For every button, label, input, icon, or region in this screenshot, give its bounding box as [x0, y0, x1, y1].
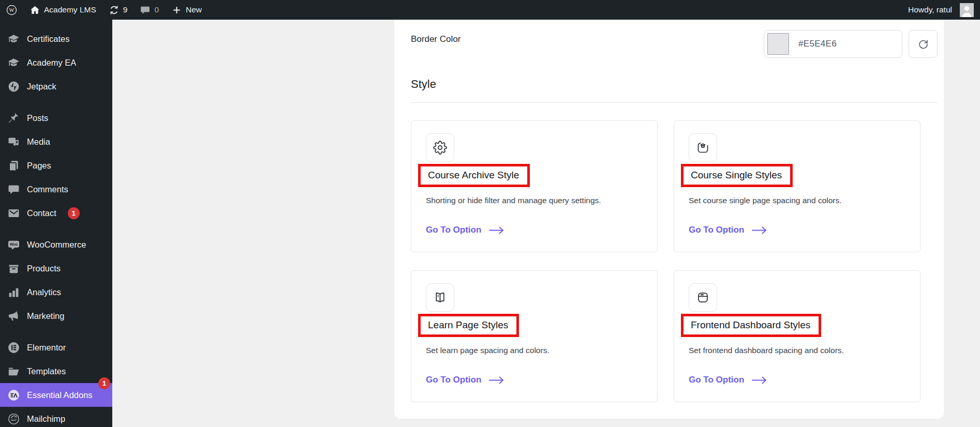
sidebar-item-products[interactable]: Products: [0, 256, 112, 280]
comments-menu[interactable]: 0: [133, 0, 165, 20]
account-menu[interactable]: Howdy, ratul: [902, 0, 980, 20]
arrow-right-icon: [488, 226, 504, 235]
card-course-single-styles: Course Single StylesSet course single pa…: [674, 120, 920, 252]
sidebar-item-label: Pages: [27, 161, 51, 171]
arrow-right-icon: [751, 376, 767, 385]
color-swatch[interactable]: [767, 33, 789, 55]
section-title: Style: [411, 78, 938, 91]
card-description: Set course single page spacing and color…: [689, 196, 905, 205]
sidebar-item-label: Products: [27, 264, 61, 273]
envelope-icon: [7, 207, 20, 220]
dashboard-icon: [689, 283, 717, 312]
avatar: [960, 3, 974, 17]
sidebar-item-label: Comments: [27, 185, 68, 194]
pages-icon: [7, 159, 20, 172]
border-color-input[interactable]: #E5E4E6: [764, 30, 902, 58]
go-to-option-link[interactable]: Go To Option: [689, 225, 767, 235]
svg-text:W: W: [9, 7, 14, 13]
gear-icon: [426, 133, 454, 162]
sidebar-item-label: Elementor: [27, 343, 66, 353]
sidebar-item-jetpack[interactable]: Jetpack: [0, 74, 112, 98]
wordpress-icon: W: [6, 5, 17, 16]
divider: [411, 102, 938, 103]
sidebar-item-media[interactable]: Media: [0, 130, 112, 154]
sidebar-menu-group: PostsMediaPagesCommentsContact1: [0, 106, 112, 225]
pin-icon: [7, 112, 20, 125]
plus-icon: [171, 5, 182, 16]
sidebar-item-essential-addons[interactable]: Essential Addons1: [0, 383, 112, 407]
sidebar-item-contact[interactable]: Contact1: [0, 201, 112, 225]
sidebar-item-analytics[interactable]: Analytics: [0, 280, 112, 304]
sidebar-item-label: Templates: [27, 367, 66, 376]
wp-logo-menu[interactable]: W: [0, 0, 23, 20]
cards-grid: Course Archive StyleShorting or hide fil…: [411, 120, 938, 402]
media-icon: [7, 135, 20, 148]
go-to-option-label: Go To Option: [689, 375, 744, 385]
border-color-label: Border Color: [411, 30, 461, 44]
go-to-option-link[interactable]: Go To Option: [426, 225, 504, 235]
card-description: Set frontend dashboard spacing and color…: [689, 346, 905, 355]
mailchimp-icon: [7, 413, 20, 425]
new-menu[interactable]: New: [165, 0, 208, 20]
notification-badge: 1: [98, 377, 110, 389]
sidebar-item-mailchimp[interactable]: Mailchimp: [0, 407, 112, 427]
sidebar-item-certificates[interactable]: Certificates: [0, 27, 112, 51]
sidebar-item-pages[interactable]: Pages: [0, 154, 112, 177]
sidebar-item-academy-ea[interactable]: Academy EA: [0, 51, 112, 74]
reset-button[interactable]: [909, 30, 938, 58]
arrow-right-icon: [751, 226, 767, 235]
card-description: Set learn page spacing and colors.: [426, 346, 643, 355]
box-icon: [7, 262, 20, 275]
annotation-red-box: Learn Page Styles: [418, 314, 519, 337]
sidebar-menu-group: ElementorTemplatesEssential Addons1Mailc…: [0, 335, 112, 427]
sidebar-item-label: Contact: [27, 208, 56, 218]
sidebar-item-label: Mailchimp: [27, 414, 65, 424]
sidebar-item-label: WooCommerce: [27, 240, 86, 250]
sidebar-item-label: Marketing: [27, 311, 64, 321]
sidebar-item-elementor[interactable]: Elementor: [0, 335, 112, 359]
sidebar-item-label: Posts: [27, 113, 48, 123]
new-label: New: [186, 5, 202, 14]
sidebar-item-templates[interactable]: Templates: [0, 359, 112, 383]
home-icon: [29, 5, 40, 16]
sidebar-item-posts[interactable]: Posts: [0, 106, 112, 130]
annotation-red-box: Course Single Styles: [681, 164, 793, 187]
comments-icon: [140, 5, 151, 16]
sidebar-item-label: Media: [27, 137, 50, 147]
sidebar: CertificatesAcademy EAJetpackPostsMediaP…: [0, 20, 112, 427]
border-color-controls: #E5E4E6: [764, 30, 938, 58]
graduation-cap-icon: [7, 56, 20, 69]
go-to-option-label: Go To Option: [689, 225, 744, 235]
sidebar-item-woocommerce[interactable]: WooWooCommerce: [0, 233, 112, 256]
megaphone-icon: [7, 310, 20, 323]
howdy-text: Howdy, ratul: [908, 5, 952, 14]
go-to-option-link[interactable]: Go To Option: [426, 375, 504, 385]
jetpack-icon: [7, 80, 20, 93]
comment-icon: [7, 183, 20, 196]
border-color-row: Border Color #E5E4E6: [411, 30, 938, 58]
sidebar-item-label: Essential Addons: [27, 390, 93, 400]
main-panel: Border Color #E5E4E6 Style Course Archiv…: [394, 20, 944, 419]
sidebar-item-label: Academy EA: [27, 58, 76, 68]
updates-count: 9: [123, 5, 128, 14]
sidebar-item-comments[interactable]: Comments: [0, 177, 112, 201]
updates-menu[interactable]: 9: [102, 0, 134, 20]
site-menu[interactable]: Academy LMS: [23, 0, 102, 20]
comments-count: 0: [154, 5, 159, 14]
refresh-icon: [917, 38, 929, 50]
color-value: #E5E4E6: [798, 39, 837, 49]
go-to-option-link[interactable]: Go To Option: [689, 375, 767, 385]
folder-icon: [7, 365, 20, 378]
woo-icon: Woo: [7, 238, 20, 251]
go-to-option-label: Go To Option: [426, 375, 481, 385]
sidebar-menu-group: WooWooCommerceProductsAnalyticsMarketing: [0, 233, 112, 328]
svg-text:Woo: Woo: [10, 242, 18, 247]
card-title: Learn Page Styles: [428, 319, 508, 331]
book-icon: [426, 283, 454, 312]
annotation-red-box: Frontend Dashboard Styles: [681, 314, 821, 337]
arrow-right-icon: [488, 376, 504, 385]
sidebar-item-marketing[interactable]: Marketing: [0, 304, 112, 328]
admin-bar: W Academy LMS 9 0 New Howdy, ratul: [0, 0, 980, 20]
chart-icon: [7, 286, 20, 299]
notification-badge: 1: [68, 207, 80, 219]
